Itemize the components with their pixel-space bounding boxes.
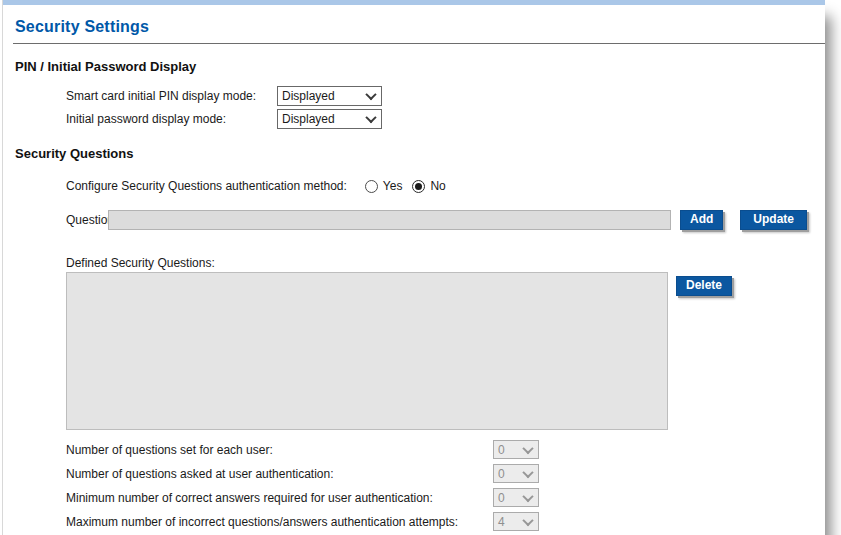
max-incorrect-attempts-select[interactable]: 4 [493,512,539,531]
max-incorrect-attempts-value: 4 [498,515,505,529]
page-title: Security Settings [15,18,809,36]
smartcard-pin-mode-row: Smart card initial PIN display mode: Dis… [66,86,809,106]
questions-per-user-label: Number of questions set for each user: [66,443,493,457]
pin-section-rows: Smart card initial PIN display mode: Dis… [66,86,809,129]
question-label: Question: [66,213,108,227]
chevron-down-icon [522,490,533,501]
auth-method-radio-group: Yes No [355,179,446,193]
chevron-down-icon [522,442,533,453]
max-incorrect-attempts-label: Maximum number of incorrect questions/an… [66,515,493,529]
smartcard-pin-mode-value: Displayed [282,89,335,103]
initial-password-mode-label: Initial password display mode: [66,112,277,126]
configure-auth-method-row: Configure Security Questions authenticat… [66,179,809,193]
chevron-down-icon [365,89,376,100]
question-input[interactable] [108,210,671,230]
content-area: Security Settings PIN / Initial Password… [3,5,825,531]
chevron-down-icon [522,514,533,525]
question-settings: Number of questions set for each user: 0… [66,440,809,531]
min-correct-answers-label: Minimum number of correct answers requir… [66,491,493,505]
questions-per-user-row: Number of questions set for each user: 0 [66,440,809,459]
smartcard-pin-mode-select[interactable]: Displayed [277,86,382,106]
min-correct-answers-select[interactable]: 0 [493,488,539,507]
questions-per-user-value: 0 [498,443,505,457]
auth-method-no-radio[interactable] [412,180,425,193]
auth-method-yes-radio[interactable] [365,180,378,193]
questions-asked-value: 0 [498,467,505,481]
title-divider [13,43,825,44]
pin-section-heading: PIN / Initial Password Display [15,59,809,74]
questions-asked-label: Number of questions asked at user authen… [66,467,493,481]
initial-password-mode-value: Displayed [282,112,335,126]
chevron-down-icon [365,112,376,123]
initial-password-mode-row: Initial password display mode: Displayed [66,109,809,129]
questions-asked-select[interactable]: 0 [493,464,539,483]
add-button[interactable]: Add [680,210,723,230]
configure-auth-method-label: Configure Security Questions authenticat… [66,179,347,193]
smartcard-pin-mode-label: Smart card initial PIN display mode: [66,89,277,103]
security-questions-heading: Security Questions [15,146,809,161]
auth-method-yes-label: Yes [383,179,403,193]
questions-per-user-select[interactable]: 0 [493,440,539,459]
defined-questions-listbox[interactable] [66,272,668,430]
auth-method-no-label: No [430,179,445,193]
update-button[interactable]: Update [740,210,807,230]
security-settings-panel: Security Settings PIN / Initial Password… [2,0,825,535]
max-incorrect-attempts-row: Maximum number of incorrect questions/an… [66,512,809,531]
min-correct-answers-row: Minimum number of correct answers requir… [66,488,809,507]
initial-password-mode-select[interactable]: Displayed [277,109,382,129]
min-correct-answers-value: 0 [498,491,505,505]
defined-questions-label: Defined Security Questions: [66,256,809,270]
defined-questions-row: Delete [66,272,809,430]
question-row: Question: Add Update [66,210,809,230]
questions-asked-row: Number of questions asked at user authen… [66,464,809,483]
chevron-down-icon [522,466,533,477]
delete-button[interactable]: Delete [676,276,732,296]
